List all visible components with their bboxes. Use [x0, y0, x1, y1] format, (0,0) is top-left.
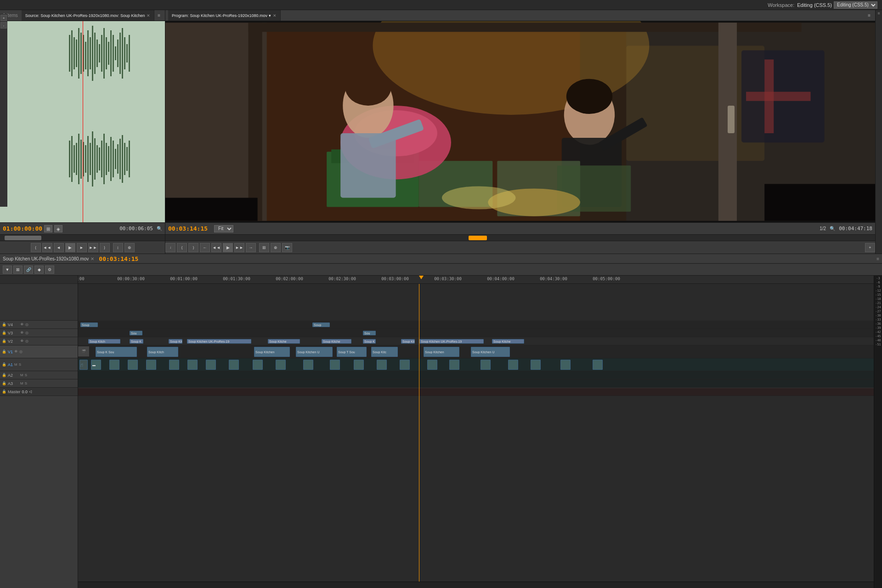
- v2-clip-10[interactable]: Soup Kitche: [492, 339, 524, 344]
- v1-clip-3[interactable]: Soup Kitchen: [254, 347, 290, 357]
- a1-clip-3[interactable]: [128, 360, 138, 370]
- zoom-out-btn[interactable]: -: [0, 22, 7, 28]
- timeline-snap-btn[interactable]: ⊠: [13, 266, 23, 274]
- v1-target[interactable]: V1: [8, 350, 13, 354]
- insert-btn[interactable]: ↕: [113, 243, 123, 252]
- zoom-in-btn[interactable]: +: [0, 15, 7, 21]
- a1-track[interactable]: 🎵 ▬: [78, 358, 874, 371]
- a1-clip-11[interactable]: [303, 360, 313, 370]
- source-panel-menu[interactable]: ≡: [156, 13, 162, 18]
- a1-clip-4[interactable]: [146, 360, 156, 370]
- v3-clip-2[interactable]: Sou: [363, 331, 376, 335]
- step-fwd-btn[interactable]: ►►: [88, 243, 98, 252]
- prog-mark-out-btn[interactable]: }: [188, 243, 198, 252]
- frame-fwd-btn[interactable]: ►: [77, 243, 87, 252]
- a1-clip-13[interactable]: [354, 360, 364, 370]
- master-fader-icon[interactable]: ◁: [29, 390, 32, 394]
- a1-clip-1[interactable]: ▬: [91, 360, 101, 370]
- v3-track[interactable]: Sou Sou: [78, 329, 874, 337]
- source-scrollbar[interactable]: [0, 234, 165, 241]
- prog-step-back-btn[interactable]: ◄◄: [211, 243, 221, 252]
- a2-lock-icon[interactable]: 🔒: [2, 373, 6, 377]
- v1-clip-4[interactable]: Soup Kitchen U: [296, 347, 333, 357]
- prog-go-in-btn[interactable]: ←: [200, 243, 210, 252]
- a1-clip-5[interactable]: [169, 360, 179, 370]
- a1-clip-thumbnail[interactable]: 🎵: [79, 360, 88, 370]
- mark-in-btn[interactable]: {: [31, 243, 41, 252]
- prog-lower-third-btn[interactable]: ↓: [165, 243, 175, 252]
- a1-lock-icon[interactable]: 🔒: [2, 362, 6, 367]
- prog-camera-btn[interactable]: 📷: [282, 243, 292, 252]
- v1-sync-icon[interactable]: ◎: [19, 350, 23, 354]
- v2-sync-icon[interactable]: ◎: [25, 339, 28, 343]
- prog-safe-margins-btn[interactable]: ⊞: [259, 243, 269, 252]
- a3-track[interactable]: [78, 379, 874, 388]
- v2-clip-5[interactable]: Soup Kitche: [268, 339, 300, 344]
- v4-lock-icon[interactable]: 🔒: [2, 322, 6, 327]
- v1-clip-1[interactable]: Soup K Sou: [96, 347, 137, 357]
- v1-track[interactable]: 🎬 Soup K Sou Soup Kitch Soup Kitchen Sou…: [78, 345, 874, 358]
- v2-lock-icon[interactable]: 🔒: [2, 339, 6, 343]
- v4-clip-1[interactable]: Soup: [80, 322, 98, 327]
- timeline-tracks[interactable]: Soup Soup Sou Sou: [78, 284, 874, 582]
- timeline-timecode[interactable]: 00:03:14:15: [99, 255, 138, 262]
- program-tab[interactable]: Program: Soup Kitchen UK-ProRes-1920x108…: [168, 10, 281, 21]
- prog-play-btn[interactable]: ▶: [223, 243, 233, 252]
- source-scroll-thumb[interactable]: [5, 236, 41, 240]
- program-tab-close[interactable]: ✕: [273, 13, 277, 18]
- a2-s-btn[interactable]: S: [25, 373, 27, 377]
- a1-clip-9[interactable]: [253, 360, 263, 370]
- v3-sync-icon[interactable]: ◎: [25, 331, 28, 335]
- a1-clip-16[interactable]: [427, 360, 437, 370]
- prog-go-out-btn[interactable]: →: [246, 243, 256, 252]
- play-btn[interactable]: ▶: [65, 243, 75, 252]
- a3-s-btn[interactable]: S: [25, 381, 27, 385]
- source-tab-close[interactable]: ✕: [147, 13, 150, 18]
- v4-eye-icon[interactable]: 👁: [20, 322, 24, 327]
- a1-clip-21[interactable]: [560, 360, 571, 370]
- v2-eye-icon[interactable]: 👁: [20, 339, 24, 343]
- a1-clip-18[interactable]: [481, 360, 491, 370]
- v2-clip-6[interactable]: Soup Kitche: [322, 339, 351, 344]
- a1-s-btn[interactable]: S: [19, 362, 21, 367]
- timeline-markers-btn[interactable]: ◆: [34, 266, 44, 274]
- a1-target[interactable]: A1: [8, 362, 13, 367]
- timeline-hscroll[interactable]: [78, 582, 874, 588]
- a1-clip-12[interactable]: [330, 360, 340, 370]
- prog-step-fwd-btn[interactable]: ►►: [234, 243, 244, 252]
- program-scrollbar[interactable]: [165, 234, 875, 241]
- v2-clip-8[interactable]: Soup Kit: [401, 339, 415, 344]
- prog-export-btn[interactable]: ⊕: [271, 243, 281, 252]
- prog-mark-in-btn[interactable]: {: [177, 243, 187, 252]
- timeline-track-select-tool[interactable]: ▼: [3, 266, 12, 274]
- timeline-settings-btn[interactable]: ⚙: [45, 266, 54, 274]
- v3-clip-1[interactable]: Sou: [130, 331, 142, 335]
- a2-track[interactable]: [78, 371, 874, 379]
- a1-clip-6[interactable]: [187, 360, 198, 370]
- timeline-link-btn[interactable]: 🔗: [24, 266, 33, 274]
- source-tab[interactable]: Source: Soup Kitchen UK-ProRes-1920x1080…: [22, 10, 154, 21]
- program-timecode[interactable]: 00:03:14:15: [168, 225, 208, 232]
- v2-clip-1[interactable]: Soup Kitch: [88, 339, 120, 344]
- a1-clip-22[interactable]: [593, 360, 603, 370]
- v1-clip-5[interactable]: Soup T Sou: [337, 347, 367, 357]
- v1-clip-7[interactable]: Soup Kitchen: [424, 347, 459, 357]
- source-out-point-btn[interactable]: ◈: [54, 225, 62, 232]
- a1-clip-10[interactable]: [276, 360, 286, 370]
- program-fit-dropdown[interactable]: Fit: [214, 225, 233, 232]
- v4-track[interactable]: Soup Soup: [78, 321, 874, 329]
- program-scroll-thumb[interactable]: [469, 236, 487, 240]
- a1-clip-17[interactable]: [449, 360, 459, 370]
- a3-lock-icon[interactable]: 🔒: [2, 381, 6, 385]
- a1-clip-8[interactable]: [229, 360, 239, 370]
- source-in-point-btn[interactable]: ⊞: [44, 225, 52, 232]
- workspace-dropdown[interactable]: Editing (CSS.5): [834, 1, 877, 9]
- step-back-btn[interactable]: ◄◄: [42, 243, 52, 252]
- a1-clip-14[interactable]: [377, 360, 387, 370]
- a1-clip-15[interactable]: [400, 360, 410, 370]
- a3-m-btn[interactable]: M: [20, 381, 23, 385]
- a2-m-btn[interactable]: M: [20, 373, 23, 377]
- v2-clip-2[interactable]: Soup K: [130, 339, 143, 344]
- v3-eye-icon[interactable]: 👁: [20, 331, 24, 335]
- timeline-ruler[interactable]: 00:00 00:00:30:00 00:01:00:00 00:01:30:0…: [78, 276, 874, 284]
